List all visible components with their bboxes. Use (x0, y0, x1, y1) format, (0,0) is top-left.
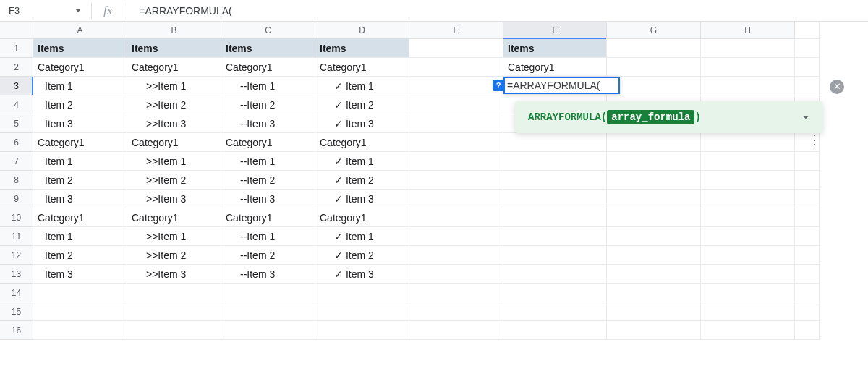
cell[interactable] (607, 39, 701, 58)
cell[interactable] (607, 190, 701, 208)
cell[interactable] (503, 190, 607, 208)
cell[interactable] (409, 39, 503, 58)
cell[interactable] (409, 265, 503, 284)
cell[interactable]: ✓ Item 3 (315, 265, 409, 284)
row-header[interactable]: 9 (0, 190, 33, 208)
cell[interactable] (503, 152, 607, 171)
row-header[interactable]: 4 (0, 95, 33, 114)
cell[interactable] (127, 321, 221, 340)
cell[interactable] (607, 171, 701, 190)
cell[interactable]: ✓ Item 1 (315, 227, 409, 246)
cell[interactable]: >>Item 1 (127, 77, 221, 95)
cell[interactable]: ✓ Item 1 (315, 152, 409, 171)
cell[interactable]: Category1 (127, 208, 221, 227)
cell[interactable] (607, 208, 701, 227)
close-tooltip-icon[interactable]: ✕ (830, 80, 844, 94)
cell[interactable]: Item 1 (33, 77, 127, 95)
cell[interactable]: Item 3 (33, 190, 127, 208)
cell[interactable]: >>Item 3 (127, 114, 221, 133)
formula-input[interactable] (129, 5, 868, 17)
cell[interactable]: ✓ Item 3 (315, 114, 409, 133)
cell[interactable]: Item 3 (33, 265, 127, 284)
spreadsheet-grid[interactable]: ABCDEFGH1ItemsItemsItemsItemsItems2Categ… (0, 22, 868, 340)
cell[interactable]: >>Item 3 (127, 265, 221, 284)
cell[interactable]: Category1 (315, 58, 409, 77)
cell[interactable] (503, 133, 607, 152)
cell[interactable]: Item 2 (33, 95, 127, 114)
column-header[interactable]: B (127, 22, 221, 39)
cell[interactable] (607, 246, 701, 265)
cell[interactable]: Items (221, 39, 315, 58)
cell[interactable] (33, 302, 127, 321)
column-header[interactable]: D (315, 22, 409, 39)
cell[interactable]: --Item 2 (221, 246, 315, 265)
cell[interactable] (607, 152, 701, 171)
cell[interactable]: --Item 1 (221, 152, 315, 171)
cell[interactable]: Item 1 (33, 227, 127, 246)
name-box-dropdown-icon[interactable] (75, 9, 81, 12)
column-header[interactable]: A (33, 22, 127, 39)
row-header[interactable]: 12 (0, 246, 33, 265)
cell[interactable] (409, 284, 503, 302)
row-header[interactable]: 14 (0, 284, 33, 302)
row-header[interactable]: 16 (0, 321, 33, 340)
cell[interactable] (409, 133, 503, 152)
cell[interactable] (701, 246, 795, 265)
cell[interactable] (701, 171, 795, 190)
formula-help-badge-icon[interactable]: ? (493, 80, 504, 91)
cell[interactable] (607, 302, 701, 321)
row-header[interactable]: 11 (0, 227, 33, 246)
cell[interactable]: ✓ Item 2 (315, 246, 409, 265)
cell[interactable] (409, 95, 503, 114)
cell[interactable]: Category1 (221, 133, 315, 152)
cell[interactable]: Category1 (221, 58, 315, 77)
cell[interactable] (127, 284, 221, 302)
cell[interactable]: Items (33, 39, 127, 58)
row-header[interactable]: 10 (0, 208, 33, 227)
cell[interactable]: Item 1 (33, 152, 127, 171)
cell[interactable]: Category1 (315, 133, 409, 152)
cell[interactable]: ✓ Item 3 (315, 190, 409, 208)
cell[interactable] (701, 302, 795, 321)
cell[interactable]: --Item 2 (221, 171, 315, 190)
chevron-down-icon[interactable] (799, 111, 812, 124)
cell[interactable]: Item 3 (33, 114, 127, 133)
row-header[interactable]: 3 (0, 77, 33, 95)
cell[interactable]: >>Item 2 (127, 171, 221, 190)
cell[interactable] (409, 58, 503, 77)
cell[interactable]: Category1 (503, 58, 607, 77)
cell-editor[interactable]: ? =ARRAYFORMULA( (503, 77, 620, 94)
cell[interactable]: Items (503, 39, 607, 58)
cell[interactable] (701, 77, 795, 95)
cell[interactable]: --Item 3 (221, 265, 315, 284)
cell[interactable] (315, 302, 409, 321)
cell[interactable] (701, 208, 795, 227)
cell[interactable]: --Item 2 (221, 95, 315, 114)
cell[interactable] (503, 321, 607, 340)
cell[interactable] (701, 152, 795, 171)
row-header[interactable]: 5 (0, 114, 33, 133)
cell[interactable]: --Item 1 (221, 77, 315, 95)
cell[interactable]: Category1 (127, 58, 221, 77)
row-header[interactable]: 13 (0, 265, 33, 284)
cell[interactable] (503, 302, 607, 321)
cell[interactable]: --Item 3 (221, 190, 315, 208)
cell[interactable]: >>Item 1 (127, 227, 221, 246)
cell[interactable] (701, 321, 795, 340)
cell[interactable] (607, 321, 701, 340)
cell[interactable]: Items (127, 39, 221, 58)
cell[interactable] (409, 302, 503, 321)
cell[interactable] (409, 77, 503, 95)
cell[interactable]: Item 2 (33, 246, 127, 265)
cell[interactable] (701, 227, 795, 246)
select-all-corner[interactable] (0, 22, 33, 39)
cell[interactable] (503, 265, 607, 284)
row-header[interactable]: 1 (0, 39, 33, 58)
cell[interactable]: Category1 (33, 208, 127, 227)
cell[interactable] (221, 302, 315, 321)
cell[interactable]: Item 2 (33, 171, 127, 190)
column-header[interactable]: C (221, 22, 315, 39)
cell[interactable]: Category1 (33, 133, 127, 152)
cell[interactable] (607, 58, 701, 77)
cell[interactable]: --Item 1 (221, 227, 315, 246)
